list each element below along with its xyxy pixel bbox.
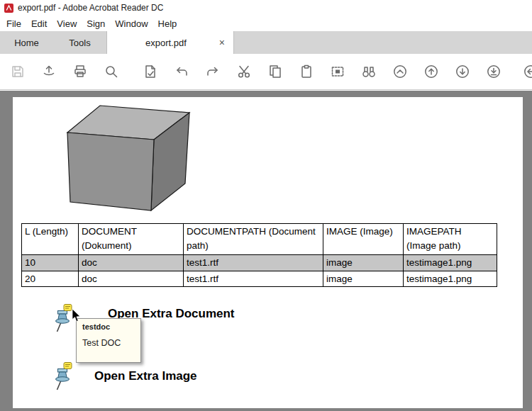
cube-image bbox=[60, 98, 195, 215]
tab-tools[interactable]: Tools bbox=[53, 31, 106, 54]
adobe-pdf-icon bbox=[4, 4, 13, 13]
table-row[interactable]: 20 doc test1.rtf image testimage1.png bbox=[22, 271, 497, 287]
col-header-imagepath: IMAGEPATH (Image path) bbox=[404, 224, 497, 255]
pushpin-annotation-document[interactable] bbox=[53, 304, 72, 337]
tooltip-body: Test DOC bbox=[82, 338, 135, 348]
undo-icon[interactable] bbox=[173, 63, 190, 80]
cell: test1.rtf bbox=[184, 271, 323, 287]
pushpin-icon[interactable] bbox=[53, 304, 72, 334]
menu-item-file[interactable]: File bbox=[1, 17, 26, 30]
col-header-image: IMAGE (Image) bbox=[323, 224, 404, 255]
save-icon[interactable] bbox=[9, 63, 26, 80]
cell: 20 bbox=[22, 271, 79, 287]
last-page-icon[interactable] bbox=[485, 63, 502, 80]
menu-item-window[interactable]: Window bbox=[110, 17, 153, 30]
cell: testimage1.png bbox=[404, 271, 497, 287]
menu-item-sign[interactable]: Sign bbox=[82, 17, 110, 30]
title-bar: export.pdf - Adobe Acrobat Reader DC bbox=[0, 0, 532, 16]
print-icon[interactable] bbox=[72, 63, 89, 80]
cut-icon[interactable] bbox=[235, 63, 253, 80]
pushpin-icon[interactable] bbox=[53, 362, 72, 392]
clipboard-icon[interactable] bbox=[298, 63, 315, 80]
document-pane[interactable]: L (Length) DOCUMENT (Dokument) DOCUMENTP… bbox=[0, 91, 532, 411]
export-pdf-icon[interactable] bbox=[142, 63, 159, 80]
pushpin-annotation-image[interactable] bbox=[53, 362, 72, 395]
close-tab-icon[interactable]: × bbox=[218, 38, 226, 47]
col-header-document: DOCUMENT (Dokument) bbox=[79, 224, 184, 255]
table-row-selected[interactable]: 10 doc test1.rtf image testimage1.png bbox=[22, 255, 497, 271]
page-up-icon[interactable] bbox=[423, 63, 440, 80]
menu-bar: File Edit View Sign Window Help bbox=[0, 16, 532, 31]
pdf-page: L (Length) DOCUMENT (Dokument) DOCUMENTP… bbox=[13, 97, 523, 408]
table-header-row: L (Length) DOCUMENT (Dokument) DOCUMENTP… bbox=[22, 224, 497, 255]
cell: test1.rtf bbox=[184, 255, 323, 271]
collapse-icon[interactable] bbox=[392, 63, 409, 80]
cell: image bbox=[323, 255, 404, 271]
col-header-documentpath: DOCUMENTPATH (Document path) bbox=[184, 224, 323, 255]
cell: doc bbox=[79, 271, 184, 287]
tab-home[interactable]: Home bbox=[0, 31, 53, 54]
menu-item-help[interactable]: Help bbox=[153, 17, 182, 30]
open-extra-image-label: Open Extra Image bbox=[94, 369, 197, 383]
redo-icon[interactable] bbox=[204, 63, 221, 80]
page-down-icon[interactable] bbox=[454, 63, 471, 80]
zoom-icon[interactable] bbox=[103, 63, 120, 80]
mouse-cursor bbox=[72, 309, 81, 322]
pdf-table: L (Length) DOCUMENT (Dokument) DOCUMENTP… bbox=[21, 223, 497, 287]
cell: testimage1.png bbox=[404, 255, 497, 271]
share-icon[interactable] bbox=[40, 63, 57, 80]
cell: 10 bbox=[22, 255, 79, 271]
cell: image bbox=[323, 271, 404, 287]
tab-bar: Home Tools export.pdf × bbox=[0, 31, 532, 54]
tab-document-label: export.pdf bbox=[114, 38, 218, 48]
col-header-length: L (Length) bbox=[22, 224, 79, 255]
copy-icon[interactable] bbox=[267, 63, 284, 80]
previous-view-icon[interactable] bbox=[522, 63, 532, 80]
cell: doc bbox=[79, 255, 184, 271]
menu-item-view[interactable]: View bbox=[52, 17, 82, 30]
tab-document[interactable]: export.pdf × bbox=[106, 31, 234, 54]
snapshot-icon[interactable] bbox=[329, 63, 346, 80]
tooltip-title: testdoc bbox=[82, 322, 135, 331]
window-title: export.pdf - Adobe Acrobat Reader DC bbox=[18, 3, 163, 13]
toolbar bbox=[0, 54, 532, 90]
menu-item-edit[interactable]: Edit bbox=[26, 17, 52, 30]
annotation-tooltip: testdoc Test DOC bbox=[76, 318, 141, 363]
find-binoculars-icon[interactable] bbox=[360, 63, 377, 80]
